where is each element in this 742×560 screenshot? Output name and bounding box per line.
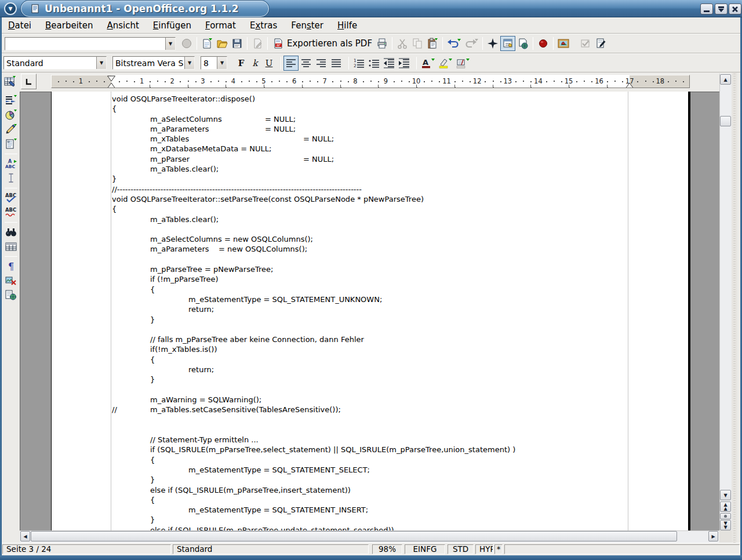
edit-changes-button[interactable] [593, 36, 608, 51]
menu-hilfe[interactable]: Hilfe [330, 19, 364, 32]
code-line[interactable]: m_pParser = NULL; [112, 154, 683, 164]
menu-bearbeiten[interactable]: Bearbeiten [38, 19, 100, 32]
code-line[interactable]: return; [112, 304, 683, 314]
maximize-button[interactable] [715, 3, 728, 14]
navigation-dot-button[interactable] [720, 513, 731, 519]
code-line[interactable]: } [112, 174, 683, 184]
code-line[interactable]: if (!m_pParseTree) [112, 274, 683, 284]
align-left-button[interactable] [283, 56, 299, 71]
document-page[interactable]: void OSQLParseTreeIterator::dispose(){ m… [51, 92, 690, 530]
nonprinting-characters-button[interactable]: ¶ [3, 259, 19, 273]
align-justify-button[interactable] [329, 56, 344, 71]
spellcheck-button[interactable]: ABC [3, 191, 19, 205]
code-line[interactable]: m_aParameters = NULL; [112, 124, 683, 134]
code-line[interactable] [112, 224, 683, 234]
code-line[interactable]: m_aSelectColumns = NULL; [112, 114, 683, 124]
code-line[interactable]: m_xDatabaseMetaData = NULL; [112, 144, 683, 154]
code-line[interactable]: m_eStatementType = SQL_STATEMENT_UNKNOWN… [112, 294, 683, 304]
status-insert-mode[interactable]: EINFG [405, 544, 445, 554]
code-line[interactable]: // falls m_pParseTree aber keine Connect… [112, 334, 683, 344]
horizontal-scrollbar[interactable]: ◀ ▶ [20, 530, 719, 543]
code-line[interactable]: { [112, 495, 683, 505]
minimize-button[interactable] [700, 3, 713, 14]
code-line[interactable]: { [112, 204, 683, 214]
document-text[interactable]: void OSQLParseTreeIterator::dispose(){ m… [112, 94, 683, 530]
code-line[interactable]: m_aParameters = new OSQLColumns(); [112, 244, 683, 254]
underline-button[interactable]: U [262, 56, 276, 70]
open-document-button[interactable] [214, 36, 230, 51]
close-button[interactable] [729, 3, 741, 14]
code-line[interactable]: void OSQLParseTreeIterator::setParseTree… [112, 194, 683, 204]
code-line[interactable]: // m_aTables.setCaseSensitive(TablesAreS… [112, 405, 683, 414]
code-line[interactable]: else if (SQL_ISRULE(m_pParseTree,update_… [112, 525, 683, 530]
style-dropdown-button[interactable]: ▼ [96, 57, 106, 69]
code-line[interactable] [112, 325, 683, 334]
code-line[interactable] [112, 254, 683, 264]
paragraph-style-value[interactable]: Standard [4, 57, 96, 69]
decrease-indent-button[interactable] [381, 56, 397, 71]
code-line[interactable]: void OSQLParseTreeIterator::dispose() [112, 94, 683, 104]
bullet-list-button[interactable] [366, 56, 381, 71]
code-line[interactable]: //--------------------------------------… [112, 184, 683, 194]
status-page-number[interactable]: Seite 3 / 24 [2, 544, 171, 554]
font-color-button[interactable]: A [419, 56, 437, 71]
code-line[interactable]: { [112, 355, 683, 365]
code-line[interactable]: m_aTables.clear(); [112, 164, 683, 174]
save-document-button[interactable] [230, 36, 245, 51]
code-line[interactable]: else if (SQL_ISRULE(m_pParseTree,insert_… [112, 485, 683, 495]
pdf-export-button[interactable]: Exportieren als PDF [270, 36, 374, 51]
find-replace-button[interactable] [3, 225, 19, 239]
font-name-value[interactable]: Bitstream Vera S [113, 57, 184, 69]
code-line[interactable]: } [112, 315, 683, 325]
code-line[interactable]: } [112, 515, 683, 525]
font-size-combobox[interactable]: 8 ▼ [201, 56, 227, 70]
insert-table-button[interactable] [2, 74, 17, 89]
vertical-scrollbar[interactable]: ▲ ▼ ▲ ▲ ▼ ▼ [719, 74, 732, 530]
font-name-combobox[interactable]: Bitstream Vera S ▼ [112, 56, 195, 70]
right-indent-marker[interactable] [625, 75, 634, 88]
code-line[interactable]: // Statement-Typ ermitteln ... [112, 435, 683, 445]
code-line[interactable]: { [112, 285, 683, 294]
gallery-button[interactable] [556, 36, 571, 51]
status-page-style[interactable]: Standard [173, 544, 369, 554]
new-document-button[interactable] [199, 36, 214, 51]
code-line[interactable] [112, 425, 683, 435]
code-line[interactable]: m_eStatementType = SQL_STATEMENT_INSERT; [112, 505, 683, 515]
scroll-left-button[interactable]: ◀ [20, 531, 30, 541]
menu-einfgen[interactable]: Einfügen [146, 19, 198, 32]
code-line[interactable]: if (SQL_ISRULE(m_pParseTree,select_state… [112, 445, 683, 454]
paragraph-style-combobox[interactable]: Standard ▼ [3, 56, 107, 70]
record-macro-button[interactable] [536, 36, 551, 51]
tab-stop-type-selector[interactable] [21, 74, 37, 89]
font-dropdown-button[interactable]: ▼ [184, 57, 194, 69]
graphics-on-off-button[interactable] [3, 274, 19, 288]
horizontal-ruler[interactable]: 1123456789101112131415161718 [51, 75, 690, 88]
insert-form-button[interactable] [3, 137, 19, 151]
hyperlink-dialog-button[interactable] [515, 36, 530, 51]
increase-indent-button[interactable] [397, 56, 412, 71]
auto-spellcheck-button[interactable]: ABC [3, 205, 19, 219]
insert-button[interactable] [3, 93, 19, 107]
online-layout-button[interactable] [3, 288, 19, 302]
menu-format[interactable]: Format [198, 19, 243, 32]
italic-button[interactable]: k [248, 56, 262, 70]
code-line[interactable]: } [112, 374, 683, 384]
code-line[interactable]: m_eStatementType = SQL_STATEMENT_SELECT; [112, 465, 683, 475]
code-line[interactable]: m_pParseTree = pNewParseTree; [112, 264, 683, 274]
bold-button[interactable]: F [234, 56, 248, 70]
menu-extras[interactable]: Extras [243, 19, 284, 32]
scroll-up-button[interactable]: ▲ [720, 74, 731, 85]
code-line[interactable]: m_aWarning = SQLWarning(); [112, 395, 683, 405]
print-button[interactable] [374, 36, 390, 51]
code-line[interactable]: m_aSelectColumns = new OSQLColumns(); [112, 234, 683, 244]
window-menu-button[interactable]: ▼ [4, 2, 17, 15]
paste-button[interactable] [425, 36, 440, 51]
document-view[interactable]: void OSQLParseTreeIterator::dispose(){ m… [20, 92, 719, 530]
menu-ansicht[interactable]: Ansicht [100, 19, 146, 32]
url-dropdown-button[interactable]: ▼ [165, 38, 175, 50]
next-page-button[interactable]: ▼ ▼ [720, 520, 731, 530]
size-dropdown-button[interactable]: ▼ [217, 57, 227, 69]
status-zoom[interactable]: 98% [372, 544, 402, 554]
status-selection-mode[interactable]: STD [448, 544, 474, 554]
code-line[interactable]: m_aTables.clear(); [112, 214, 683, 224]
